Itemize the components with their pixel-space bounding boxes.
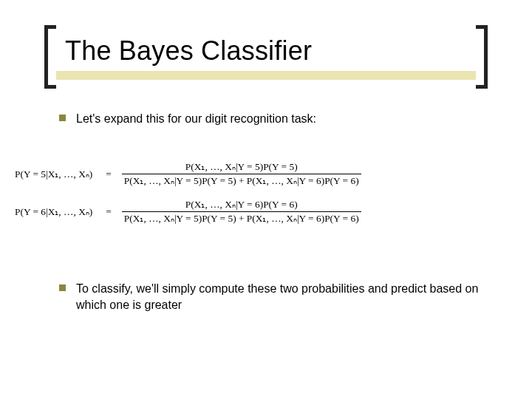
fraction-numerator: P(X₁, …, Xₙ|Y = 5)P(Y = 5) bbox=[183, 161, 300, 174]
slide-title: The Bayes Classifier bbox=[44, 30, 488, 66]
bullet-item: Let's expand this for our digit recognit… bbox=[59, 111, 502, 127]
equals-sign: = bbox=[103, 206, 115, 218]
fraction: P(X₁, …, Xₙ|Y = 5)P(Y = 5) P(X₁, …, Xₙ|Y… bbox=[122, 161, 361, 187]
equals-sign: = bbox=[103, 168, 115, 180]
bullet-text: Let's expand this for our digit recognit… bbox=[76, 111, 316, 127]
title-underline bbox=[56, 71, 476, 80]
equation-row: P(Y = 5|X₁, …, Xₙ) = P(X₁, …, Xₙ|Y = 5)P… bbox=[15, 161, 517, 187]
equation-row: P(Y = 6|X₁, …, Xₙ) = P(X₁, …, Xₙ|Y = 6)P… bbox=[15, 199, 517, 225]
slide-title-block: The Bayes Classifier bbox=[44, 30, 488, 66]
square-bullet-icon bbox=[59, 284, 66, 291]
fraction: P(X₁, …, Xₙ|Y = 6)P(Y = 6) P(X₁, …, Xₙ|Y… bbox=[122, 199, 361, 225]
fraction-denominator: P(X₁, …, Xₙ|Y = 5)P(Y = 5) + P(X₁, …, Xₙ… bbox=[122, 211, 361, 225]
content-area-lower: To classify, we'll simply compute these … bbox=[59, 281, 488, 327]
title-bracket-left-icon bbox=[44, 25, 56, 89]
fraction-denominator: P(X₁, …, Xₙ|Y = 5)P(Y = 5) + P(X₁, …, Xₙ… bbox=[122, 174, 361, 187]
equation-lhs: P(Y = 5|X₁, …, Xₙ) bbox=[15, 168, 95, 180]
equation-lhs: P(Y = 6|X₁, …, Xₙ) bbox=[15, 206, 95, 218]
bullet-item: To classify, we'll simply compute these … bbox=[59, 281, 488, 313]
fraction-numerator: P(X₁, …, Xₙ|Y = 6)P(Y = 6) bbox=[183, 199, 300, 211]
equations-block: P(Y = 5|X₁, …, Xₙ) = P(X₁, …, Xₙ|Y = 5)P… bbox=[15, 161, 517, 236]
content-area: Let's expand this for our digit recognit… bbox=[59, 111, 502, 142]
bullet-text: To classify, we'll simply compute these … bbox=[76, 281, 488, 313]
square-bullet-icon bbox=[59, 115, 66, 121]
title-bracket-right-icon bbox=[476, 25, 488, 89]
